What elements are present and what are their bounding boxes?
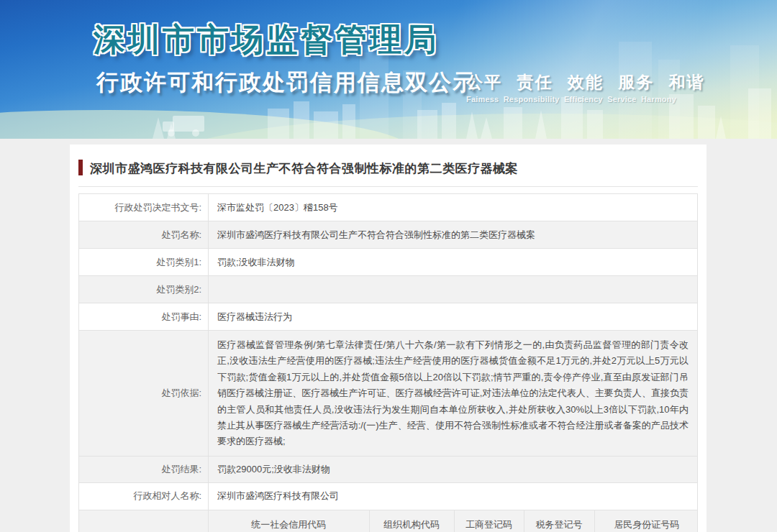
code-header-tax: 税务登记号 xyxy=(524,510,594,532)
motto-chinese: 公平 责任 效能 服务 和谐 xyxy=(466,71,705,93)
page-title: 深圳市盛鸿医疗科技有限公司生产不符合符合强制性标准的第二类医疗器械案 xyxy=(90,162,518,175)
row-label: 行政相对人代码: xyxy=(79,510,209,532)
table-row-decision-number: 行政处罚决定书文号: 深市监处罚〔2023〕稽158号 xyxy=(79,194,697,221)
table-row-penalty-name: 处罚名称: 深圳市盛鸿医疗科技有限公司生产不符合符合强制性标准的第二类医疗器械案 xyxy=(79,221,697,248)
row-label: 行政相对人名称: xyxy=(79,483,209,510)
row-value: 深圳市盛鸿医疗科技有限公司 xyxy=(209,483,697,510)
title-marker-bar xyxy=(78,160,83,175)
code-header-row: 统一社会信用代码 组织机构代码 工商登记码 税务登记号 居民身份证号码 xyxy=(209,510,699,532)
row-label: 处罚结果: xyxy=(79,457,209,482)
table-row-penalty-category-2: 处罚类别2: xyxy=(79,275,697,303)
site-subtitle: 行政许可和行政处罚信用信息双公示 xyxy=(96,68,476,98)
site-title: 深圳市市场监督管理局 xyxy=(94,19,439,61)
row-value: 深圳市盛鸿医疗科技有限公司生产不符合符合强制性标准的第二类医疗器械案 xyxy=(209,221,697,248)
row-value: 医疗器械监督管理条例/第七章法律责任/第八十六条/第一款有下列情形之一的,由负责… xyxy=(209,331,697,456)
code-header-id: 居民身份证号码 xyxy=(594,510,699,532)
case-title-row: 深圳市盛鸿医疗科技有限公司生产不符合符合强制性标准的第二类医疗器械案 xyxy=(78,145,698,187)
table-row-party-name: 行政相对人名称: 深圳市盛鸿医疗科技有限公司 xyxy=(79,482,697,510)
row-label: 处罚类别1: xyxy=(79,249,209,275)
banner-motto: 公平 责任 效能 服务 和谐 Faimess Responsibility Ef… xyxy=(466,71,705,104)
code-header-org: 组织机构代码 xyxy=(369,510,454,532)
table-row-penalty-basis: 处罚依据: 医疗器械监督管理条例/第七章法律责任/第八十六条/第一款有下列情形之… xyxy=(79,330,697,456)
row-value: 深市监处罚〔2023〕稽158号 xyxy=(209,194,697,221)
row-label: 行政处罚决定书文号: xyxy=(79,194,209,221)
motto-english: Faimess Responsibility Efficiency Servic… xyxy=(466,95,705,104)
row-value: 罚款29000元;没收非法财物 xyxy=(209,457,697,482)
row-label: 处罚事由: xyxy=(79,303,209,330)
code-header-uscc: 统一社会信用代码 xyxy=(209,510,369,532)
penalty-detail-table: 行政处罚决定书文号: 深市监处罚〔2023〕稽158号 处罚名称: 深圳市盛鸿医… xyxy=(78,193,698,532)
table-row-penalty-reason: 处罚事由: 医疗器械违法行为 xyxy=(79,303,697,330)
row-value xyxy=(209,276,697,303)
site-banner: 深圳市市场监督管理局 行政许可和行政处罚信用信息双公示 公平 责任 效能 服务 … xyxy=(0,0,777,139)
party-code-subtable: 统一社会信用代码 组织机构代码 工商登记码 税务登记号 居民身份证号码 9144… xyxy=(209,510,699,532)
row-value: 医疗器械违法行为 xyxy=(209,303,697,330)
code-header-business: 工商登记码 xyxy=(454,510,524,532)
table-row-penalty-result: 处罚结果: 罚款29000元;没收非法财物 xyxy=(79,456,697,482)
table-row-penalty-category-1: 处罚类别1: 罚款;没收非法财物 xyxy=(79,248,697,275)
content-panel: 深圳市盛鸿医疗科技有限公司生产不符合符合强制性标准的第二类医疗器械案 行政处罚决… xyxy=(70,145,706,532)
row-label: 处罚依据: xyxy=(79,331,209,456)
row-label: 处罚类别2: xyxy=(79,276,209,303)
row-value: 罚款;没收非法财物 xyxy=(209,249,697,275)
row-label: 处罚名称: xyxy=(79,221,209,248)
table-row-party-codes: 行政相对人代码: 统一社会信用代码 组织机构代码 工商登记码 税务登记号 居民身… xyxy=(79,510,697,532)
